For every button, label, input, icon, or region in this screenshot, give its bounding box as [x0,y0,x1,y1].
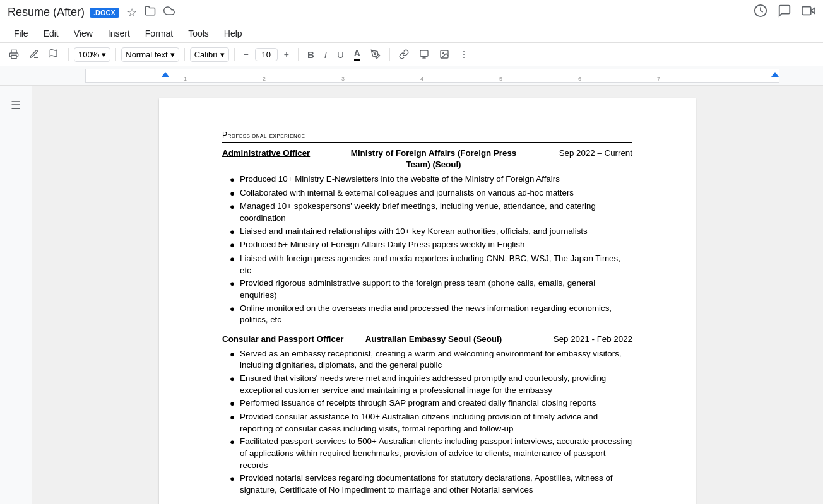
cloud-icon[interactable] [163,5,175,20]
ruler-mark-5: 5 [499,76,502,82]
image-button[interactable] [435,47,453,62]
zoom-selector[interactable]: 100% ▾ [74,47,110,62]
ruler: 1 2 3 4 5 6 7 [85,69,779,83]
bullet-text: Collaborated with internal & external co… [240,187,632,199]
font-color-button[interactable]: A [350,45,364,63]
bullet-dot: ● [230,398,235,410]
bullet-text: Served as an embassy receptionist, creat… [240,348,632,372]
bullet-text: Ensured that visitors' needs were met an… [240,373,632,396]
star-icon[interactable]: ☆ [127,6,137,20]
list-item: ●Liaised with foreign press agencies and… [230,253,632,276]
list-item: ●Performed issuance of receipts through … [230,397,632,410]
bullet-dot: ● [230,254,235,266]
ruler-area: 1 2 3 4 5 6 7 [0,66,823,85]
job-org-1: Ministry of Foreign Affairs (Foreign Pre… [348,148,519,171]
menu-format[interactable]: Format [139,26,179,41]
list-item: ●Provided notarial services regarding do… [230,472,632,496]
style-value: Normal text [126,50,167,59]
outline-icon[interactable]: ☰ [11,98,21,112]
bullet-text: Liaised with foreign press agencies and … [240,253,632,276]
ruler-mark-6: 6 [578,76,581,82]
bullet-dot: ● [230,278,235,290]
underline-button[interactable]: U [333,47,348,62]
video-icon[interactable] [802,4,815,21]
toolbar: 100% ▾ Normal text ▾ Calibri ▾ − 10 + B … [0,42,823,66]
bold-button[interactable]: B [304,47,318,62]
bullet-dot: ● [230,240,235,252]
menu-help[interactable]: Help [218,26,249,41]
list-item: ●Online monitored on the overseas media … [230,303,632,326]
left-sidebar: ☰ [0,86,32,504]
svg-point-5 [374,53,376,55]
list-item: ●Managed 10+ spokespersons' weekly brief… [230,201,632,224]
bullet-text: Facilitated passport services to 500+ Au… [240,436,632,471]
comment-icon[interactable] [778,4,791,21]
history-icon[interactable] [754,4,767,21]
bullet-text: Managed 10+ spokespersons' weekly brief … [240,201,632,224]
menu-file[interactable]: File [8,26,35,41]
list-item: ●Produced 5+ Ministry of Foreign Affairs… [230,239,632,252]
font-size-input[interactable]: 10 [255,48,278,61]
job-date-1: Sep 2022 – Current [519,148,632,160]
bullet-dot: ● [230,373,235,385]
font-value: Calibri [194,50,218,59]
job-title-2: Consular and Passport Officer [222,334,348,346]
svg-rect-2 [802,7,811,15]
bullet-dot: ● [230,473,235,485]
list-item: ●Collaborated with internal & external c… [230,187,632,200]
list-item: ●Ensured that visitors' needs were met a… [230,373,632,396]
svg-point-10 [442,52,444,54]
font-size-decrease[interactable]: − [240,47,252,62]
zoom-chevron: ▾ [102,50,106,59]
style-chevron: ▾ [170,50,175,59]
list-item: ●Provided consular assistance to 100+ Au… [230,411,632,435]
bullet-text: Produced 10+ Ministry E-Newsletters into… [240,173,632,185]
list-item: ●Facilitated passport services to 500+ A… [230,436,632,471]
print-button[interactable] [5,47,23,62]
highlight-button[interactable] [367,47,384,62]
italic-button[interactable]: I [321,47,331,62]
bullet-dot: ● [230,226,235,238]
more-options-button[interactable]: ⋮ [456,47,472,62]
docx-badge: .DOCX [90,8,119,18]
bullet-text: Performed issuance of receipts through S… [240,397,632,409]
bullet-text: Provided notarial services regarding doc… [240,472,632,496]
job-org-2: Australian Embassy Seoul (Seoul) [348,334,519,346]
bullet-text: Provided rigorous administrative support… [240,278,632,301]
folder-icon[interactable] [145,5,156,20]
menu-edit[interactable]: Edit [37,26,65,41]
bullet-dot: ● [230,412,235,424]
menu-tools[interactable]: Tools [182,26,215,41]
ruler-mark-3: 3 [341,76,345,82]
font-selector[interactable]: Calibri ▾ [190,47,229,62]
svg-rect-3 [11,55,16,58]
comment-button[interactable] [415,47,433,62]
bullet-list-2: ●Served as an embassy receptionist, crea… [230,348,632,496]
spell-check-button[interactable] [25,47,43,62]
svg-rect-6 [420,50,428,56]
list-item: ●Provided rigorous administrative suppor… [230,278,632,301]
bullet-dot: ● [230,303,235,315]
svg-marker-1 [811,8,815,13]
ruler-mark-2: 2 [263,76,266,82]
font-size-increase[interactable]: + [280,47,293,62]
font-chevron: ▾ [220,50,225,59]
bullet-text: Online monitored on the overseas media a… [240,303,632,326]
menu-view[interactable]: View [68,26,99,41]
job-title-1: Administrative Officer [222,148,348,160]
paint-format-button[interactable] [45,47,63,62]
link-button[interactable] [395,47,413,62]
list-item: ●Served as an embassy receptionist, crea… [230,348,632,372]
main-area: ☰ Professional experience Administrative… [0,86,823,504]
zoom-value: 100% [78,50,99,59]
section-heading: Professional experience [222,130,632,143]
doc-area[interactable]: Professional experience Administrative O… [32,86,823,504]
ruler-mark-7: 7 [657,76,660,82]
menu-insert[interactable]: Insert [102,26,136,41]
bullet-text: Produced 5+ Ministry of Foreign Affairs … [240,239,632,251]
list-item: ●Produced 10+ Ministry E-Newsletters int… [230,173,632,186]
bullet-dot: ● [230,349,235,361]
style-selector[interactable]: Normal text ▾ [121,47,179,62]
job-row-1: Administrative Officer Ministry of Forei… [222,148,632,171]
doc-page: Professional experience Administrative O… [159,98,696,504]
